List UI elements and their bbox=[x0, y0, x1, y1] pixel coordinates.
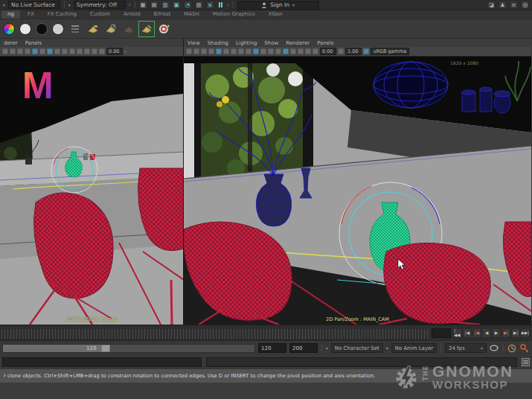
chevron-down-icon[interactable]: ▾ bbox=[68, 2, 71, 7]
viewport-toolbar-icon[interactable] bbox=[84, 48, 90, 54]
viewport-toolbar-icon[interactable] bbox=[17, 48, 23, 54]
viewport-toolbar-icon[interactable] bbox=[69, 48, 75, 54]
viewport-toolbar-icon[interactable] bbox=[10, 48, 16, 54]
viewport-toolbar-icon[interactable] bbox=[208, 48, 214, 54]
menu-panels[interactable]: Panels bbox=[317, 40, 334, 46]
viewport-toolbar-icon[interactable] bbox=[99, 48, 105, 54]
viewport-main-cam[interactable]: View Shading Lighting Show Renderer Pane… bbox=[184, 39, 531, 325]
live-surface-field[interactable]: No Live Surface bbox=[8, 1, 60, 9]
time-slider[interactable]: |◀◀ |◀ |◀ ◀ ▶ ▶| ▶| ▶▶| bbox=[0, 325, 532, 340]
exposure-field[interactable]: 0.00 bbox=[320, 48, 336, 55]
viewport-scene-main-cam[interactable]: 1920 x 1080 2D Pan/Zoom : MAIN_CAM bbox=[184, 57, 531, 325]
current-frame-field[interactable] bbox=[432, 328, 451, 338]
playback-end-field[interactable]: 200 bbox=[289, 343, 318, 353]
range-slider[interactable]: 120 bbox=[2, 344, 255, 353]
viewport-toolbar-icon[interactable] bbox=[298, 48, 304, 54]
menu-panels[interactable]: Panels bbox=[25, 40, 42, 46]
exposure-field[interactable]: 0.00 bbox=[106, 48, 123, 55]
viewport-toolbar-icon[interactable] bbox=[77, 48, 83, 54]
snap-plane-icon[interactable]: ▣ bbox=[173, 1, 181, 9]
history-toggle-icon[interactable]: ◔ bbox=[184, 1, 192, 9]
shelf-tab-fx-caching[interactable]: FX Caching bbox=[42, 10, 83, 19]
viewport-toolbar-icon[interactable] bbox=[2, 48, 8, 54]
time-slider-ticks[interactable] bbox=[1, 329, 428, 340]
gear-icon[interactable] bbox=[521, 1, 529, 9]
chevron-right-icon[interactable]: › bbox=[129, 1, 131, 8]
menu-lighting[interactable]: Lighting bbox=[236, 40, 257, 46]
shelf-tab-bifrost[interactable]: Bifrost bbox=[148, 10, 177, 19]
gray-material-swatch[interactable] bbox=[52, 23, 64, 35]
color-management-icon[interactable] bbox=[363, 48, 369, 54]
menu-renderer[interactable]: derer bbox=[4, 40, 18, 46]
layers-icon[interactable] bbox=[68, 22, 82, 36]
viewport-toolbar-icon[interactable] bbox=[47, 48, 53, 54]
viewport-toolbar-icon[interactable] bbox=[260, 48, 266, 54]
viewport-toolbar-icon[interactable] bbox=[313, 48, 318, 54]
viewport-toolbar-icon[interactable] bbox=[305, 48, 311, 54]
viewport-toolbar-icon[interactable] bbox=[231, 48, 237, 54]
target-weld-icon[interactable] bbox=[158, 22, 171, 36]
menu-renderer[interactable]: Renderer bbox=[286, 40, 310, 46]
menu-show[interactable]: Show bbox=[264, 40, 278, 46]
viewport-toolbar-icon[interactable] bbox=[223, 48, 229, 54]
viewport-toolbar-icon[interactable] bbox=[92, 48, 97, 54]
viewport-toolbar-icon[interactable] bbox=[253, 48, 259, 54]
viewport-toolbar-icon[interactable] bbox=[290, 48, 296, 54]
play-forwards-button[interactable]: ▶ bbox=[492, 328, 501, 338]
viewport-toolbar-icon[interactable] bbox=[62, 48, 68, 54]
animation-preferences-clock-icon[interactable] bbox=[507, 343, 517, 353]
shelf-tab[interactable]: ng bbox=[1, 10, 20, 19]
viewport-toolbar-icon[interactable] bbox=[216, 48, 222, 54]
viewport-persp[interactable]: derer Panels 0.00 ‹ bbox=[0, 39, 184, 325]
menu-view[interactable]: View bbox=[188, 40, 200, 46]
shelf-tab-arnold[interactable]: Arnold bbox=[118, 10, 147, 19]
character-set-dropdown[interactable]: No Character Set bbox=[331, 343, 383, 353]
white-material-swatch[interactable] bbox=[19, 23, 31, 35]
list-icon[interactable]: ≡ bbox=[510, 1, 518, 9]
step-back-frame-button[interactable]: |◀ bbox=[463, 328, 472, 338]
menu-shading[interactable]: Shading bbox=[208, 40, 228, 46]
chevron-down-icon[interactable]: ▾ bbox=[3, 2, 5, 7]
viewport-toolbar-icon[interactable] bbox=[246, 48, 251, 54]
fps-dropdown[interactable]: 24 fps ▾ bbox=[445, 343, 487, 353]
color-wheel-swatch[interactable] bbox=[3, 23, 15, 35]
anim-layer-dropdown[interactable]: No Anim Layer bbox=[391, 343, 437, 353]
black-material-swatch[interactable] bbox=[36, 23, 48, 35]
polygon-tool-icon[interactable] bbox=[86, 22, 100, 36]
viewport-toolbar-icon[interactable] bbox=[275, 48, 281, 54]
shelf-tab-motion-graphics[interactable]: Motion Graphics bbox=[207, 10, 261, 19]
construction-history-icon[interactable]: ▧ bbox=[195, 1, 203, 9]
evaluation-icon[interactable]: ≶ bbox=[206, 1, 214, 9]
viewport-toolbar-icon[interactable] bbox=[25, 48, 31, 54]
mel-command-input[interactable] bbox=[2, 357, 202, 367]
chevron-left-icon[interactable]: ‹ bbox=[124, 48, 126, 55]
shelf-tab-custom[interactable]: Custom bbox=[84, 10, 116, 19]
viewport-scene-persp[interactable]: M bbox=[0, 57, 183, 325]
playback-start-field[interactable]: 120 bbox=[258, 343, 286, 353]
step-forward-frame-button[interactable]: ▶| bbox=[511, 328, 520, 338]
snap-curve-icon[interactable]: ▤ bbox=[150, 1, 158, 9]
shelf-tab-fx[interactable]: FX bbox=[22, 10, 40, 19]
sign-in-button[interactable]: Sign In ▾ bbox=[237, 1, 319, 10]
shelf-tab-xgen[interactable]: XGen bbox=[263, 10, 289, 19]
color-space-dropdown[interactable]: sRGB gamma bbox=[371, 48, 409, 55]
viewport-toolbar-icon[interactable] bbox=[238, 48, 244, 54]
viewport-toolbar-icon[interactable] bbox=[39, 48, 45, 54]
step-back-key-button[interactable]: |◀ bbox=[472, 328, 481, 338]
chevron-down-icon[interactable]: ▾ bbox=[326, 345, 328, 351]
play-backwards-button[interactable]: ◀ bbox=[482, 328, 491, 338]
viewport-toolbar-icon[interactable] bbox=[283, 48, 289, 54]
chevron-right-icon[interactable]: › bbox=[227, 1, 229, 8]
go-to-end-button[interactable]: ▶▶| bbox=[521, 328, 530, 338]
range-slider-handle[interactable] bbox=[101, 345, 110, 352]
gamma-field[interactable]: 1.00 bbox=[345, 48, 362, 55]
character-icon[interactable]: ♟ bbox=[499, 1, 507, 9]
viewport-toolbar-icon[interactable] bbox=[201, 48, 207, 54]
viewport-toolbar-icon[interactable] bbox=[186, 48, 192, 54]
go-to-start-button[interactable]: |◀◀ bbox=[453, 328, 462, 338]
viewport-toolbar-icon[interactable] bbox=[54, 48, 60, 54]
viewport-toolbar-icon[interactable] bbox=[338, 48, 344, 54]
pause-icon[interactable] bbox=[217, 1, 224, 9]
viewport-toolbar-icon[interactable] bbox=[32, 48, 38, 54]
step-forward-key-button[interactable]: ▶| bbox=[501, 328, 510, 338]
